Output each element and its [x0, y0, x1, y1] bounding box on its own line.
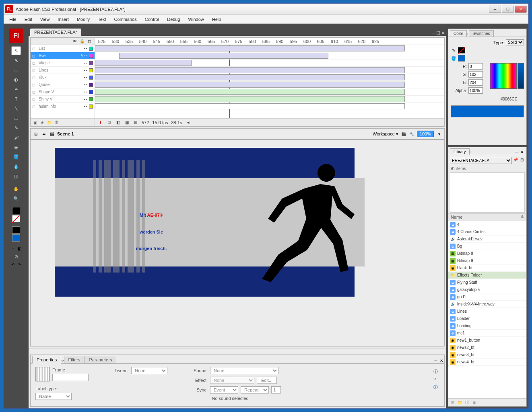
tab-filters[interactable]: Filters	[64, 356, 85, 363]
center-frame-icon[interactable]: ⊡	[106, 120, 112, 125]
doc-close-button[interactable]: ✕	[441, 31, 445, 36]
frame-name-input[interactable]	[52, 374, 89, 381]
back-icon[interactable]: ⬅	[41, 131, 47, 137]
library-item[interactable]: ⬙4 Chaos Circles	[448, 228, 526, 236]
stroke-icon[interactable]: ✎	[451, 47, 456, 53]
menu-debug[interactable]: Debug	[164, 16, 183, 23]
brush-tool[interactable]: 🖌	[11, 133, 21, 142]
pencil-tool[interactable]: ✎	[11, 123, 21, 132]
delete-layer-button[interactable]: 🗑	[54, 120, 60, 125]
new-lib-icon[interactable]: ⊞	[519, 157, 525, 162]
stage[interactable]: Mit AE-07® werden Sie morgen frisch.	[30, 139, 445, 346]
pen-tool[interactable]: ✒	[11, 85, 21, 94]
edit-scene-button[interactable]: 🎬	[401, 131, 406, 137]
library-item[interactable]: ◉news3_bt	[448, 351, 526, 359]
menu-modify[interactable]: Modify	[74, 16, 93, 23]
edit-symbol-button[interactable]: 🔧	[409, 131, 414, 137]
new-guide-button[interactable]: ◈	[39, 120, 45, 125]
zoom-tool[interactable]: 🔍	[11, 194, 21, 203]
horizontal-scrollbar[interactable]	[29, 348, 446, 355]
library-item[interactable]: 🔊InsideX-V4-Intro.wav	[448, 301, 526, 308]
panel-close-icon[interactable]: ✕	[439, 358, 444, 363]
hand-tool[interactable]: ✋	[11, 184, 21, 193]
sound-select[interactable]: None	[210, 367, 278, 374]
library-item[interactable]: ⬙grid1	[448, 293, 526, 301]
layer-row[interactable]: ◻List• •	[31, 45, 95, 52]
workspace-menu[interactable]: Workspace ▾	[373, 131, 398, 137]
layer-row[interactable]: ◻hulan.info• •	[31, 103, 95, 110]
edit-multi-icon[interactable]: ⊞	[133, 120, 138, 125]
properties-button[interactable]: ⓘ	[464, 400, 470, 406]
zoom-level[interactable]: 100%	[417, 131, 434, 137]
rectangle-tool[interactable]: ▭	[11, 114, 21, 123]
repeat-count-input[interactable]	[271, 386, 281, 394]
sort-icon[interactable]: ≜	[520, 215, 524, 220]
subselection-tool[interactable]: ⬉	[11, 56, 21, 65]
maximize-button[interactable]: ☐	[502, 6, 514, 13]
snap-tool[interactable]: ⊙	[11, 252, 21, 261]
library-item[interactable]: 🔊Asteroid1.wav	[448, 236, 526, 243]
b-input[interactable]	[468, 79, 483, 86]
library-item[interactable]: ⬙galaxyutopia	[448, 286, 526, 293]
library-item[interactable]: 📁Effects Folder	[448, 272, 526, 279]
library-item[interactable]: ▦Bitmap 8	[448, 250, 526, 257]
timeline-ruler[interactable]: 5255305355405455505555605655705755805855…	[95, 38, 444, 45]
lock-icon[interactable]: 🔒	[79, 39, 85, 44]
tween-select[interactable]: None	[131, 367, 167, 374]
ink-bottle-tool[interactable]: ◉	[11, 143, 21, 152]
new-layer-button[interactable]: ▣	[32, 120, 38, 125]
onion-skin-icon[interactable]: ◧	[115, 120, 121, 125]
menu-commands[interactable]: Commands	[111, 16, 140, 23]
eye-icon[interactable]: 👁	[72, 39, 78, 44]
text-tool[interactable]: T	[11, 94, 21, 103]
fill-color[interactable]	[12, 234, 20, 242]
minimize-button[interactable]: ─	[489, 6, 501, 13]
new-folder-button[interactable]: 📁	[47, 120, 52, 125]
onion-icon[interactable]: ⬇	[97, 120, 103, 125]
layer-row[interactable]: ◻Shape V• •	[31, 88, 95, 96]
menu-window[interactable]: Window	[185, 16, 207, 23]
bw-swap[interactable]	[12, 226, 20, 234]
layer-row[interactable]: ◻Kluk• •	[31, 74, 95, 81]
panel-min-icon[interactable]: ─	[433, 358, 439, 363]
pin-icon[interactable]: 📌	[513, 157, 518, 162]
r-input[interactable]	[468, 63, 483, 70]
line-tool[interactable]: ╲	[11, 104, 21, 113]
stroke-color[interactable]	[12, 207, 20, 214]
g-input[interactable]	[468, 71, 483, 78]
fill-icon[interactable]: 🪣	[451, 55, 456, 61]
document-tab[interactable]: PREZENTACE7.FLA*	[30, 29, 81, 36]
selection-tool[interactable]: ↖	[11, 46, 21, 55]
edit-scene-icon[interactable]: ⊞	[33, 131, 39, 137]
onion-outline-icon[interactable]: ▦	[124, 120, 130, 125]
fill-type-select[interactable]: Solid	[506, 39, 524, 45]
name-column-header[interactable]: Name	[451, 215, 520, 220]
library-item[interactable]: ⬙mc1	[448, 330, 526, 337]
help-icon2[interactable]: ?	[433, 377, 438, 382]
tab-library[interactable]: Library	[450, 148, 470, 155]
new-symbol-button[interactable]: ⊞	[450, 400, 456, 406]
accessibility-icon[interactable]: ⓘ	[433, 384, 438, 390]
menu-text[interactable]: Text	[95, 16, 109, 23]
sync-select[interactable]: Event	[210, 386, 238, 394]
lasso-tool[interactable]: ◐	[11, 75, 21, 84]
titlebar[interactable]: FL Adobe Flash CS3 Professional - [PREZE…	[4, 4, 528, 15]
scene-name[interactable]: Scene 1	[57, 131, 74, 136]
tab-parameters[interactable]: Parameters	[85, 356, 117, 363]
tab-color[interactable]: Color	[450, 30, 467, 37]
menu-help[interactable]: Help	[209, 16, 225, 23]
library-item[interactable]: ◉blank_bt	[448, 264, 526, 272]
doc-restore-button[interactable]: ☐	[436, 31, 440, 36]
option-icon[interactable]: ↶	[10, 262, 16, 267]
library-item[interactable]: ◉news2_bt	[448, 344, 526, 351]
menu-control[interactable]: Control	[142, 16, 162, 23]
library-item[interactable]: ⬙Flying Stuff	[448, 279, 526, 286]
close-button[interactable]: ✕	[515, 6, 527, 13]
library-item[interactable]: ⬙Bg	[448, 243, 526, 250]
new-folder-button[interactable]: 📁	[457, 400, 463, 406]
color-picker[interactable]	[490, 63, 517, 89]
delete-button[interactable]: 🗑	[472, 400, 477, 406]
library-item[interactable]: ⬙Lines	[448, 308, 526, 315]
frames-area[interactable]	[95, 45, 444, 118]
tab-properties[interactable]: Properties	[32, 356, 61, 364]
